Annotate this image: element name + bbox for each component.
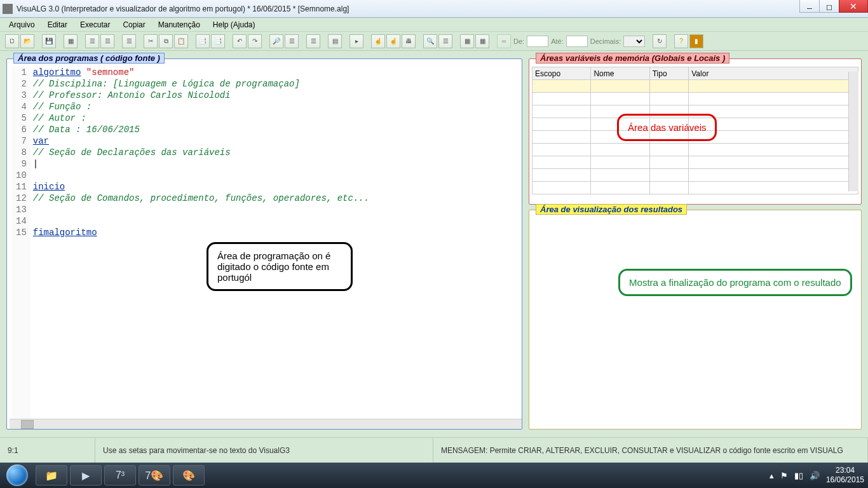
tray-up-icon[interactable]: ▴ [770,471,774,480]
menu-copiar[interactable]: Copiar [118,19,150,30]
decimais-combo[interactable] [623,36,645,47]
save-icon[interactable]: 💾 [42,34,56,48]
toolbar: 🗋 📂 💾 ▦ ☰ ☰ ☰ ✂ ⧉ 📋 📑 📑 ↶ ↷ 🔎 ☰ ☰ ▤ ▸ ☝ … [0,32,868,51]
task-app1-icon[interactable]: 7³ [104,465,136,485]
taskbar: 📁 ▶ 7³ 7🎨 🎨 ▴ ⚑ ▮▯ 🔊 23:04 16/06/2015 [0,463,868,488]
results-legend: Área de visualização dos resultados [536,204,687,215]
tray-date: 16/06/2015 [826,475,864,485]
bookmark2-icon[interactable]: 📑 [211,34,225,48]
menu-help-ajuda-[interactable]: Help (Ajuda) [208,19,261,30]
tray-vol-icon[interactable]: 🔊 [810,471,820,480]
task-explorer-icon[interactable]: 📁 [36,465,67,485]
tray-net-icon[interactable]: ▮▯ [794,471,803,480]
find-icon[interactable]: 🔎 [269,34,283,48]
run1-icon[interactable]: ▸ [349,34,363,48]
close-button[interactable]: ✕ [839,0,868,13]
task-media-icon[interactable]: ▶ [70,465,102,485]
status-hint: Use as setas para movimentar-se no texto… [95,438,433,463]
titlebar: VisuALG 3.0 (Interpretador e visualizado… [0,0,868,18]
vars-annotation: Área das variáveis [617,114,717,141]
replace-icon[interactable]: ☰ [285,34,299,48]
vars-panel: Áreas variáveis de memória (Globais e Lo… [529,58,862,205]
status-position: 9:1 [0,438,95,463]
app-icon [3,4,13,14]
system-tray: ▴ ⚑ ▮▯ 🔊 23:04 16/06/2015 [770,463,864,488]
results-panel: Área de visualização dos resultados Most… [529,210,862,430]
bookmark1-icon[interactable]: 📑 [196,34,210,48]
menu-arquivo[interactable]: Arquivo [4,19,40,30]
maximize-button[interactable]: ☐ [819,0,839,13]
tray-flag-icon[interactable]: ⚑ [780,471,788,480]
zoom-icon[interactable]: 🔍 [423,34,437,48]
window-title: VisuALG 3.0 (Interpretador e visualizado… [17,4,349,13]
code-panel: Área dos programas ( código fonte ) 1234… [6,58,522,430]
start-button[interactable] [0,463,34,488]
minimize-button[interactable]: ─ [799,0,820,13]
calc-icon[interactable]: ▦ [460,34,474,48]
status-message: MENSAGEM: Permite CRIAR, ALTERAR, EXCLUI… [433,438,868,463]
copy-icon[interactable]: ⧉ [159,34,173,48]
window-controls: ─ ☐ ✕ [800,0,868,13]
tray-time: 23:04 [826,466,864,475]
cut-icon[interactable]: ✂ [144,34,158,48]
undo-icon[interactable]: ↶ [233,34,247,48]
redo-icon[interactable]: ↷ [248,34,262,48]
code-legend: Área dos programas ( código fonte ) [13,53,165,64]
grid-icon[interactable]: ▦ [475,34,489,48]
doc5-icon[interactable]: ▤ [328,34,342,48]
doc4-icon[interactable]: ☰ [122,34,136,48]
results-annotation: Mostra a finalização do programa com o r… [618,269,852,296]
paste-icon[interactable]: 📋 [174,34,188,48]
code-annotation: Área de programação on é digitado o códi… [207,242,353,291]
vars-legend: Áreas variáveis de memória (Globais e Lo… [536,53,729,64]
run2-icon[interactable]: ☝ [371,34,385,48]
workarea: Área dos programas ( código fonte ) 1234… [0,52,868,436]
help-icon[interactable]: ? [674,34,688,48]
refresh-icon[interactable]: ↻ [653,34,667,48]
ate-input[interactable] [566,36,588,47]
open-icon[interactable]: 📂 [20,34,34,48]
menu-executar[interactable]: Executar [75,19,115,30]
doc3-icon[interactable]: ☰ [100,34,114,48]
tray-clock[interactable]: 23:04 16/06/2015 [826,466,864,485]
tool1-icon[interactable]: ☰ [438,34,452,48]
step-icon[interactable]: ☝ [386,34,400,48]
indent-icon[interactable]: ☰ [306,34,320,48]
decimais-label: Decimais: [590,37,621,45]
task-paint-icon[interactable]: 🎨 [173,465,205,485]
de-label: De: [513,37,524,45]
hscrollbar[interactable] [10,419,522,429]
exit-icon[interactable]: ▮ [689,34,703,48]
vars-vscroll[interactable] [848,72,858,191]
menu-manuten-o[interactable]: Manutenção [153,19,205,30]
task-app2-icon[interactable]: 7🎨 [139,465,170,485]
doc2-icon[interactable]: ☰ [85,34,99,48]
link-icon[interactable]: ∞ [497,34,511,48]
de-input[interactable] [527,36,548,47]
doc1-icon[interactable]: ▦ [64,34,78,48]
statusbar: 9:1 Use as setas para movimentar-se no t… [0,437,868,463]
ate-label: Até: [551,37,564,45]
print-icon[interactable]: 🖶 [402,34,416,48]
menu-editar[interactable]: Editar [43,19,72,30]
results-output[interactable]: Mostra a finalização do programa com o r… [532,218,858,426]
menubar: ArquivoEditarExecutarCopiarManutençãoHel… [0,18,868,32]
new-icon[interactable]: 🗋 [5,34,19,48]
